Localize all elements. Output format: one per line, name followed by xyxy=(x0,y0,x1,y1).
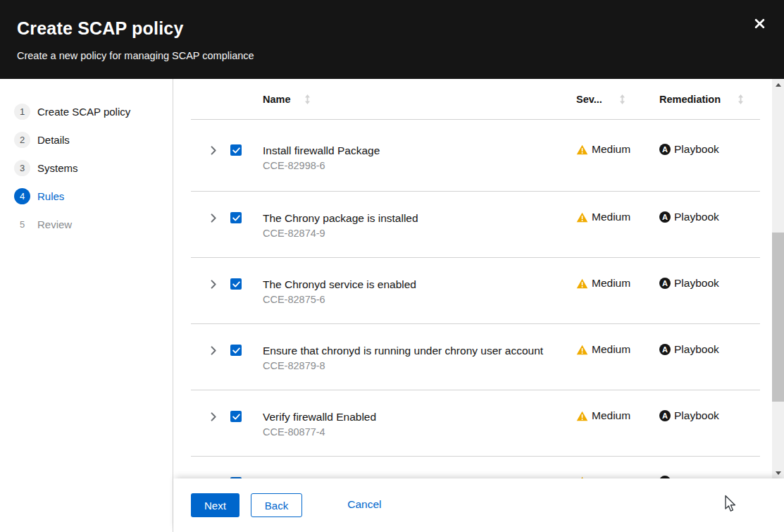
severity-label: Medium xyxy=(592,409,630,422)
severity-label: Medium xyxy=(592,277,630,290)
severity-label: Medium xyxy=(592,343,630,356)
row-checkbox[interactable] xyxy=(230,144,242,156)
expand-cell xyxy=(191,409,230,424)
expand-row-button[interactable] xyxy=(209,144,218,156)
remediation-label: Playbook xyxy=(674,343,719,356)
wizard-step-rules[interactable]: 4 Rules xyxy=(0,182,173,210)
scrollbar-up-arrow-icon[interactable] xyxy=(772,79,784,90)
wizard-step-review[interactable]: 5 Review xyxy=(0,210,173,238)
name-cell: The Chrony package is installed CCE-8287… xyxy=(263,211,576,239)
expand-cell xyxy=(191,211,230,225)
next-button[interactable]: Next xyxy=(191,493,239,517)
create-scap-policy-modal: Create SCAP policy Create a new policy f… xyxy=(0,0,784,532)
name-cell: The Chronyd service is enabled CCE-82875… xyxy=(263,277,576,305)
sort-icon[interactable] xyxy=(738,94,744,104)
rule-id: CCE-82879-8 xyxy=(263,360,576,371)
checkbox-cell xyxy=(230,409,263,423)
wizard-title: Create SCAP policy xyxy=(17,17,767,39)
expand-cell xyxy=(191,277,230,292)
severity-cell: Medium xyxy=(576,143,659,156)
vertical-scrollbar[interactable] xyxy=(772,79,784,478)
ansible-playbook-icon: A xyxy=(659,344,671,355)
warning-triangle-icon xyxy=(576,212,588,223)
expand-row-button[interactable] xyxy=(209,345,218,357)
remediation-label: Playbook xyxy=(674,409,719,422)
chevron-right-icon xyxy=(211,412,216,421)
close-button[interactable] xyxy=(750,14,769,32)
wizard-step-details[interactable]: 2 Details xyxy=(0,125,173,154)
step-number: 3 xyxy=(14,160,30,176)
column-header-severity-label: Sev... xyxy=(576,94,602,105)
remediation-cell: A Playbook xyxy=(659,343,760,356)
wizard-step-systems[interactable]: 3 Systems xyxy=(0,154,173,182)
step-label: Create SCAP policy xyxy=(37,106,130,118)
checkbox-cell xyxy=(230,143,263,156)
rules-table-scroll-area: Name Sev... Remediation xyxy=(173,79,772,478)
expand-cell xyxy=(191,143,230,158)
row-checkbox[interactable] xyxy=(230,278,242,290)
rule-name: Install firewalld Package xyxy=(263,143,576,158)
table-row: The Chronyd service is enabled CCE-82875… xyxy=(191,258,760,324)
rule-name: The Chrony package is installed xyxy=(263,211,576,225)
table-header-row: Name Sev... Remediation xyxy=(191,79,760,120)
table-row: Ensure that chronyd is running under chr… xyxy=(191,324,760,390)
ansible-playbook-icon: A xyxy=(659,211,671,223)
step-label: Systems xyxy=(37,162,78,174)
wizard-body: 1 Create SCAP policy 2 Details 3 Systems… xyxy=(0,79,784,532)
table-row: Verify firewalld Enabled CCE-80877-4 Med… xyxy=(191,390,760,457)
sort-icon[interactable] xyxy=(304,94,311,104)
remediation-cell: A Playbook xyxy=(659,211,760,223)
warning-triangle-icon xyxy=(576,411,588,421)
warning-triangle-icon xyxy=(576,345,588,355)
column-header-name[interactable]: Name xyxy=(263,94,576,105)
check-icon xyxy=(232,347,240,354)
rule-name: Verify firewalld Enabled xyxy=(263,409,576,424)
table-row: A xyxy=(191,457,760,478)
step-number: 1 xyxy=(14,104,30,120)
chevron-right-icon xyxy=(211,346,216,355)
table-body: Install firewalld Package CCE-82998-6 Me… xyxy=(191,120,760,478)
warning-triangle-icon xyxy=(576,278,588,289)
wizard-steps-list: 1 Create SCAP policy 2 Details 3 Systems… xyxy=(0,97,173,238)
severity-label: Medium xyxy=(592,143,630,156)
check-icon xyxy=(232,414,240,420)
row-checkbox[interactable] xyxy=(230,212,242,223)
row-checkbox[interactable] xyxy=(230,411,242,422)
rule-id: CCE-82998-6 xyxy=(263,160,576,171)
wizard-content: Name Sev... Remediation xyxy=(173,79,784,532)
chevron-right-icon xyxy=(211,214,216,223)
wizard-subtitle: Create a new policy for managing SCAP co… xyxy=(17,50,767,61)
column-header-name-label: Name xyxy=(263,94,291,105)
column-header-remediation[interactable]: Remediation xyxy=(659,94,760,105)
wizard-step-nav: 1 Create SCAP policy 2 Details 3 Systems… xyxy=(0,79,173,532)
chevron-right-icon xyxy=(211,280,216,289)
expand-row-button[interactable] xyxy=(209,212,218,224)
wizard-step-create-scap-policy[interactable]: 1 Create SCAP policy xyxy=(0,97,173,125)
severity-label: Medium xyxy=(592,211,630,223)
name-cell: Ensure that chronyd is running under chr… xyxy=(263,343,576,371)
ansible-playbook-icon: A xyxy=(659,144,671,155)
expand-row-button[interactable] xyxy=(209,278,218,290)
column-header-remediation-label: Remediation xyxy=(659,94,721,105)
close-icon xyxy=(754,18,765,29)
wizard-header: Create SCAP policy Create a new policy f… xyxy=(0,0,784,79)
row-checkbox[interactable] xyxy=(230,345,242,356)
remediation-cell: A Playbook xyxy=(659,409,760,422)
severity-cell: Medium xyxy=(576,343,659,356)
rule-id: CCE-82874-9 xyxy=(263,228,576,239)
column-header-severity[interactable]: Sev... xyxy=(576,94,659,105)
cancel-button[interactable]: Cancel xyxy=(347,498,381,511)
sort-icon[interactable] xyxy=(619,94,626,104)
step-label: Details xyxy=(37,134,70,146)
table-row: Install firewalld Package CCE-82998-6 Me… xyxy=(191,120,760,192)
expand-row-button[interactable] xyxy=(209,411,218,423)
scrollbar-thumb[interactable] xyxy=(772,233,784,402)
checkbox-cell xyxy=(230,277,263,290)
rules-table: Name Sev... Remediation xyxy=(191,79,760,478)
expand-cell xyxy=(191,343,230,358)
name-cell: Install firewalld Package CCE-82998-6 xyxy=(263,143,576,171)
rule-id: CCE-80877-4 xyxy=(263,426,576,438)
back-button[interactable]: Back xyxy=(251,493,302,517)
scrollbar-down-arrow-icon[interactable] xyxy=(772,467,784,478)
severity-cell: Medium xyxy=(576,409,659,422)
